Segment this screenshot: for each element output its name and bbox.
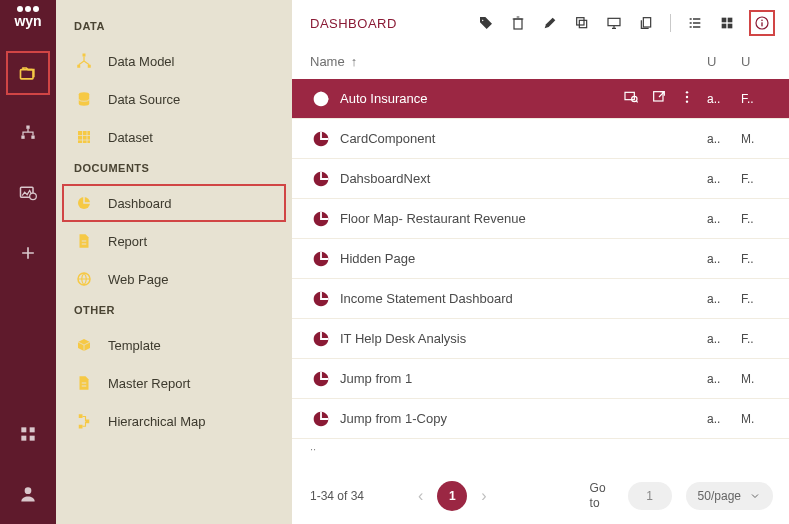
nav-item-data-model[interactable]: Data Model bbox=[56, 42, 292, 80]
display-button[interactable] bbox=[604, 13, 624, 33]
file-icon bbox=[75, 232, 93, 250]
sort-asc-icon: ↑ bbox=[351, 54, 358, 69]
svg-rect-32 bbox=[761, 22, 762, 26]
svg-point-31 bbox=[761, 20, 763, 22]
svg-rect-6 bbox=[21, 427, 26, 432]
list-view-icon bbox=[687, 15, 703, 31]
row-preview-button[interactable] bbox=[623, 89, 639, 108]
pie-row-icon bbox=[310, 208, 332, 230]
view-grid-button[interactable] bbox=[717, 13, 737, 33]
dashboard-row-icon bbox=[310, 368, 332, 390]
row-name: Jump from 1-Copy bbox=[340, 411, 707, 426]
column-header-name[interactable]: Name ↑ bbox=[310, 54, 707, 69]
svg-rect-8 bbox=[21, 436, 26, 441]
nav-item-data-source[interactable]: Data Source bbox=[56, 80, 292, 118]
tag-button[interactable] bbox=[476, 13, 496, 33]
row-more-button[interactable] bbox=[679, 89, 695, 108]
svg-point-5 bbox=[30, 193, 37, 200]
nav-group-label: OTHER bbox=[56, 298, 292, 326]
column-header-u2[interactable]: U bbox=[741, 54, 775, 69]
nav-item-label: Web Page bbox=[108, 272, 168, 287]
svg-rect-15 bbox=[78, 131, 90, 143]
dashboard-row-icon bbox=[310, 248, 332, 270]
grid-icon-wrapper bbox=[74, 128, 94, 146]
column-header-u1[interactable]: U bbox=[707, 54, 741, 69]
rail-apps[interactable] bbox=[6, 412, 50, 456]
table-row[interactable]: DahsboardNexta..F.. bbox=[292, 159, 789, 199]
row-u1: a.. bbox=[707, 172, 741, 186]
rail-media[interactable] bbox=[6, 171, 50, 215]
per-page-label: 50/page bbox=[698, 489, 741, 503]
row-u2: F.. bbox=[741, 172, 775, 186]
goto-input[interactable]: 1 bbox=[628, 482, 672, 510]
row-name: Auto Insurance bbox=[340, 91, 623, 106]
svg-rect-28 bbox=[722, 24, 727, 29]
main-header: DASHBOARD bbox=[292, 0, 789, 42]
svg-rect-22 bbox=[579, 20, 586, 27]
row-u2: M. bbox=[741, 412, 775, 426]
box-icon bbox=[75, 336, 93, 354]
delete-button[interactable] bbox=[508, 13, 528, 33]
page-current[interactable]: 1 bbox=[437, 481, 467, 511]
table-row[interactable]: Auto Insurancea..F.. bbox=[292, 79, 789, 119]
box-icon-wrapper bbox=[74, 336, 94, 354]
row-name: Hidden Page bbox=[340, 251, 707, 266]
table-row[interactable]: Jump from 1a..M. bbox=[292, 359, 789, 399]
goto-group: Go to 1 50/page bbox=[590, 481, 773, 512]
svg-rect-20 bbox=[79, 425, 83, 429]
table-row[interactable]: Hidden Pagea..F.. bbox=[292, 239, 789, 279]
row-u2: F.. bbox=[741, 212, 775, 226]
row-name: CardComponent bbox=[340, 131, 707, 146]
duplicate-icon bbox=[638, 15, 654, 31]
svg-rect-13 bbox=[88, 65, 91, 68]
row-open-button[interactable] bbox=[651, 89, 667, 108]
database-icon-wrapper bbox=[74, 90, 94, 108]
rail-user[interactable] bbox=[6, 472, 50, 516]
row-name: IT Help Desk Analysis bbox=[340, 331, 707, 346]
grid-view-icon bbox=[719, 15, 735, 31]
clone-button[interactable] bbox=[636, 13, 656, 33]
nav-item-master-report[interactable]: Master Report bbox=[56, 364, 292, 402]
nav-item-template[interactable]: Template bbox=[56, 326, 292, 364]
row-u2: F.. bbox=[741, 292, 775, 306]
page-prev[interactable]: ‹ bbox=[418, 487, 423, 505]
chevron-down-icon bbox=[749, 490, 761, 502]
nav-item-dataset[interactable]: Dataset bbox=[56, 118, 292, 156]
nav-item-web-page[interactable]: Web Page bbox=[56, 260, 292, 298]
nav-item-hierarchical-map[interactable]: Hierarchical Map bbox=[56, 402, 292, 440]
rail-add[interactable] bbox=[6, 231, 50, 275]
nav-item-dashboard[interactable]: Dashboard bbox=[62, 184, 286, 222]
per-page-select[interactable]: 50/page bbox=[686, 482, 773, 510]
info-button[interactable] bbox=[749, 10, 775, 36]
nav-group-label: DATA bbox=[56, 14, 292, 42]
table-row[interactable]: Income Statement Dashboarda..F.. bbox=[292, 279, 789, 319]
tag-icon bbox=[478, 15, 494, 31]
nav-item-report[interactable]: Report bbox=[56, 222, 292, 260]
duplicate-button[interactable] bbox=[572, 13, 592, 33]
pagination-footer: 1-34 of 34 ‹ 1 › Go to 1 50/page bbox=[292, 471, 789, 524]
pie-icon-wrapper bbox=[74, 194, 94, 212]
pie-row-icon bbox=[310, 248, 332, 270]
nav-item-label: Data Source bbox=[108, 92, 180, 107]
row-name: Floor Map- Restaurant Revenue bbox=[340, 211, 707, 226]
svg-rect-11 bbox=[83, 54, 86, 57]
rail-documents[interactable] bbox=[6, 51, 50, 95]
table-row[interactable]: Jump from 1-Copya..M. bbox=[292, 399, 789, 439]
edit-button[interactable] bbox=[540, 13, 560, 33]
svg-point-38 bbox=[686, 100, 688, 102]
view-list-button[interactable] bbox=[685, 13, 705, 33]
svg-rect-9 bbox=[30, 436, 35, 441]
rail-hierarchy[interactable] bbox=[6, 111, 50, 155]
dashboard-row-icon bbox=[310, 408, 332, 430]
dashboard-row-icon bbox=[310, 208, 332, 230]
table-row[interactable]: Floor Map- Restaurant Revenuea..F.. bbox=[292, 199, 789, 239]
column-header-row: Name ↑ U U bbox=[292, 42, 789, 79]
svg-rect-12 bbox=[77, 65, 80, 68]
pie-row-icon bbox=[310, 168, 332, 190]
file-icon-wrapper bbox=[74, 232, 94, 250]
pie-row-icon bbox=[310, 88, 332, 110]
table-row[interactable]: CardComponenta..M. bbox=[292, 119, 789, 159]
row-u1: a.. bbox=[707, 412, 741, 426]
table-row[interactable]: IT Help Desk Analysisa..F.. bbox=[292, 319, 789, 359]
page-next[interactable]: › bbox=[481, 487, 486, 505]
